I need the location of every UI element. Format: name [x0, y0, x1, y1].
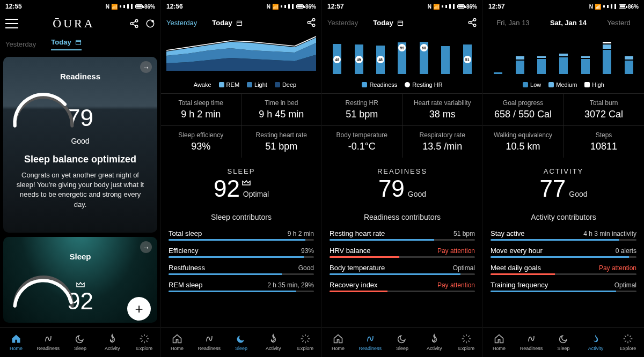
- nav-readiness[interactable]: Readiness: [32, 328, 64, 357]
- nav-home[interactable]: Home: [161, 328, 193, 357]
- svg-line-32: [307, 340, 309, 342]
- contributor-row[interactable]: Efficiency93%: [169, 243, 314, 258]
- stat-steps[interactable]: Steps10811: [564, 125, 644, 158]
- nav-home[interactable]: Home: [322, 328, 354, 357]
- sleep-card[interactable]: → Sleep 92 +: [3, 237, 157, 323]
- sleep-stats: Total sleep time9 h 2 min Time in bed9 h…: [161, 93, 321, 158]
- readiness-body: Congrats on yet another great night of s…: [3, 165, 157, 210]
- activity-bar-chart[interactable]: [483, 32, 644, 78]
- stat-time-in-bed[interactable]: Time in bed9 h 45 min: [241, 93, 322, 125]
- date-tabs[interactable]: Fri, Jan 13 Sat, Jan 14 Yesterd: [483, 13, 644, 32]
- nav-sleep[interactable]: Sleep: [386, 328, 419, 357]
- svg-point-19: [312, 19, 315, 21]
- nav-sleep[interactable]: Sleep: [225, 328, 258, 357]
- sleep-area-chart[interactable]: [161, 32, 321, 78]
- share-icon[interactable]: [129, 19, 139, 28]
- stat-sleep-efficiency[interactable]: Sleep efficiency93%: [161, 125, 241, 158]
- tab-yesterday[interactable]: Yesterday: [327, 19, 358, 27]
- svg-point-6: [152, 20, 153, 22]
- svg-line-4: [133, 24, 135, 26]
- svg-rect-35: [398, 21, 403, 25]
- status-bar: 12:55 N 📶 86%: [0, 0, 160, 13]
- svg-line-3: [133, 21, 135, 23]
- nav-home[interactable]: Home: [0, 328, 32, 357]
- readiness-bar-chart[interactable]: 484948596051: [322, 32, 482, 78]
- nav-activity[interactable]: Activity: [580, 328, 612, 357]
- stat-walking-eq[interactable]: Walking equivalency10.5 km: [483, 125, 564, 158]
- contributor-row[interactable]: Resting heart rate51 bpm: [330, 226, 475, 241]
- card-arrow-icon[interactable]: →: [140, 241, 152, 253]
- svg-point-37: [473, 19, 476, 21]
- svg-line-23: [310, 23, 312, 25]
- pane-activity: 12:57N📶86% Fri, Jan 13 Sat, Jan 14 Yeste…: [483, 0, 644, 357]
- nav-activity[interactable]: Activity: [96, 328, 128, 357]
- add-button[interactable]: +: [127, 297, 151, 321]
- stat-resting-hr[interactable]: Resting heart rate51 bpm: [241, 125, 322, 158]
- card-arrow-icon[interactable]: →: [140, 61, 152, 73]
- readiness-legend: Readiness Resting HR: [322, 78, 482, 93]
- contributor-row[interactable]: Move every hour0 alerts: [491, 243, 636, 258]
- menu-icon[interactable]: [5, 19, 18, 28]
- sleep-contributors-title: Sleep contributors: [161, 213, 321, 221]
- date-yesterday[interactable]: Yesterd: [607, 19, 631, 27]
- date-fri[interactable]: Fri, Jan 13: [496, 19, 529, 27]
- readiness-card[interactable]: → Readiness 79 Good Sleep balance optimi…: [3, 57, 157, 233]
- nav-activity[interactable]: Activity: [418, 328, 450, 357]
- stat-goal-progress[interactable]: Goal progress658 / 550 Cal: [483, 93, 564, 125]
- svg-point-21: [312, 24, 315, 27]
- nav-home[interactable]: Home: [483, 328, 515, 357]
- nav-explore[interactable]: Explore: [128, 328, 160, 357]
- stat-resting-hr[interactable]: Resting HR51 bpm: [322, 93, 402, 125]
- svg-point-20: [308, 21, 310, 24]
- tab-yesterday[interactable]: Yesterday: [5, 40, 36, 48]
- svg-line-46: [463, 336, 465, 337]
- nav-readiness[interactable]: Readiness: [354, 328, 386, 357]
- contributor-row[interactable]: RestfulnessGood: [169, 260, 314, 275]
- stat-body-temp[interactable]: Body temperature-0.1°C: [322, 125, 402, 158]
- status-right: N 📶 86%: [106, 4, 155, 10]
- nav-sleep[interactable]: Sleep: [547, 328, 580, 357]
- status-bar: 12:56 N📶86%: [161, 0, 321, 13]
- sleep-contributors: Total sleep9 h 2 minEfficiency93%Restful…: [161, 226, 321, 294]
- contributor-row[interactable]: Total sleep9 h 2 min: [169, 226, 314, 241]
- readiness-contributors: Resting heart rate51 bpmHRV balancePay a…: [322, 226, 482, 294]
- contributor-row[interactable]: REM sleep2 h 35 min, 29%: [169, 277, 314, 292]
- nav-readiness[interactable]: Readiness: [193, 328, 225, 357]
- app-logo: ŌURA: [18, 17, 129, 31]
- contributor-row[interactable]: Recovery indexPay attention: [330, 277, 475, 292]
- contributor-row[interactable]: Meet daily goalsPay attention: [491, 260, 636, 275]
- contributor-row[interactable]: HRV balancePay attention: [330, 243, 475, 258]
- nav-sleep[interactable]: Sleep: [64, 328, 97, 357]
- nav-explore[interactable]: Explore: [612, 328, 644, 357]
- stat-total-sleep[interactable]: Total sleep time9 h 2 min: [161, 93, 241, 125]
- tab-today[interactable]: Today: [51, 38, 82, 50]
- ring-icon[interactable]: [145, 19, 155, 28]
- contributor-row[interactable]: Stay active4 h 3 min inactivity: [491, 226, 636, 241]
- svg-point-0: [135, 20, 138, 23]
- tab-today[interactable]: Today: [373, 19, 404, 27]
- svg-line-13: [141, 336, 143, 337]
- svg-line-15: [141, 340, 143, 342]
- calendar-icon: [236, 20, 243, 26]
- stat-total-burn[interactable]: Total burn3072 Cal: [564, 93, 644, 125]
- share-icon[interactable]: [467, 18, 477, 27]
- stat-hrv[interactable]: Heart rate variability38 ms: [402, 93, 483, 125]
- nav-readiness[interactable]: Readiness: [515, 328, 547, 357]
- tab-today[interactable]: Today: [212, 19, 243, 27]
- svg-point-39: [473, 24, 476, 27]
- tab-yesterday[interactable]: Yesterday: [166, 19, 197, 27]
- share-icon[interactable]: [306, 18, 316, 27]
- svg-line-55: [630, 340, 631, 342]
- nav-explore[interactable]: Explore: [289, 328, 321, 357]
- contributor-row[interactable]: Body temperatureOptimal: [330, 260, 475, 275]
- svg-line-14: [146, 340, 148, 342]
- readiness-grade: Good: [3, 137, 157, 145]
- nav-explore[interactable]: Explore: [450, 328, 482, 357]
- nav-activity[interactable]: Activity: [257, 328, 289, 357]
- svg-line-47: [468, 340, 470, 342]
- pane-sleep: 12:56 N📶86% Yesterday Today Awake REM Li…: [161, 0, 322, 357]
- contributor-row[interactable]: Training frequencyOptimal: [491, 277, 636, 292]
- stat-resp-rate[interactable]: Respiratory rate13.5 /min: [402, 125, 483, 158]
- calendar-icon: [397, 20, 404, 26]
- date-sat[interactable]: Sat, Jan 14: [550, 19, 587, 27]
